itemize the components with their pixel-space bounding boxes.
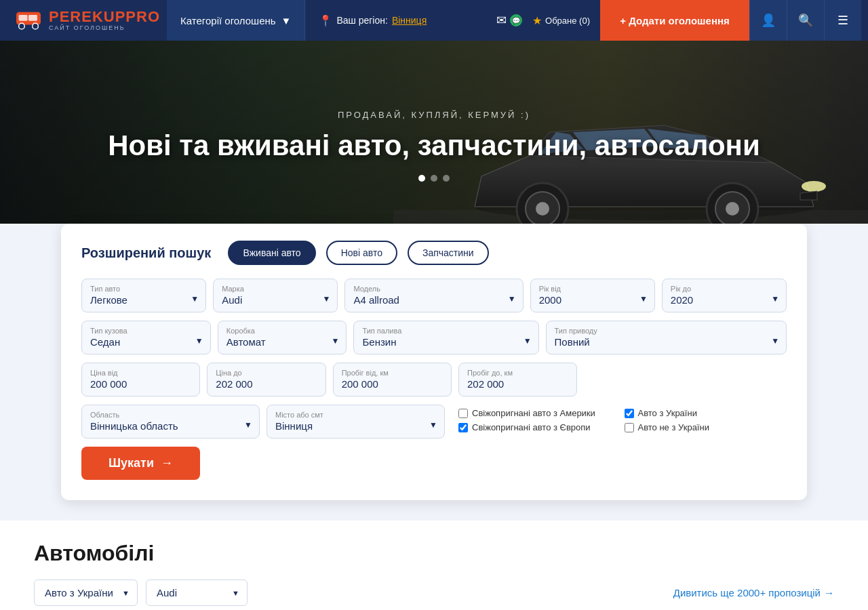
- envelope-icon: ✉: [496, 13, 507, 28]
- header: PEREKUPPRO САЙТ ОГОЛОШЕНЬ Категорії огол…: [0, 0, 868, 41]
- mileage-to-field: Пробіг до, км: [458, 363, 577, 396]
- hero-subtitle: ПРОДАВАЙ, КУПЛЯЙ, КЕРМУЙ :): [108, 110, 760, 120]
- categories-button[interactable]: Категорії оголошень ▼: [167, 0, 305, 41]
- gearbox-field: Коробка Автомат ▼: [218, 321, 347, 354]
- search-section: Розширений пошук Вживані авто Нові авто …: [0, 224, 868, 521]
- car-type-select[interactable]: Легкове: [90, 294, 197, 306]
- svg-rect-2: [28, 15, 37, 21]
- search-icon: 🔍: [798, 13, 813, 28]
- user-icon: 👤: [761, 13, 776, 28]
- svg-point-12: [726, 202, 739, 216]
- search-submit-button[interactable]: Шукати →: [81, 447, 200, 480]
- hero-section: ПРОДАВАЙ, КУПЛЯЙ, КЕРМУЙ :) Нові та вжив…: [0, 41, 868, 251]
- hamburger-icon: ☰: [837, 13, 848, 28]
- model-field: Модель A4 allroad ▼: [344, 279, 523, 312]
- search-row-2: Тип кузова Седан ▼ Коробка Автомат ▼ Тип…: [81, 321, 787, 354]
- svg-point-3: [19, 23, 25, 29]
- star-icon: ★: [532, 14, 542, 27]
- checkbox-america[interactable]: Свіжопригнані авто з Америки: [458, 408, 614, 418]
- hero-dot-3[interactable]: [443, 175, 450, 182]
- search-row-3: Ціна від Ціна до Пробіг від, км Пробіг д…: [81, 363, 787, 396]
- logo-sub: САЙТ ОГОЛОШЕНЬ: [49, 25, 160, 32]
- car-type-field: Тип авто Легкове ▼: [81, 279, 206, 312]
- logo-icon: [14, 8, 43, 33]
- gearbox-select[interactable]: Автомат: [226, 336, 338, 348]
- year-to-select[interactable]: 2020: [671, 294, 778, 306]
- region-field: Область Вінницька область ▼: [81, 405, 260, 439]
- brand-select[interactable]: Audi: [222, 294, 329, 306]
- fuel-select[interactable]: Бензин: [362, 336, 530, 348]
- tab-used-cars[interactable]: Вживані авто: [228, 241, 315, 265]
- logo-text: PEREKUPPRO САЙТ ОГОЛОШЕНЬ: [49, 9, 160, 32]
- region-select[interactable]: Вінницька область: [90, 420, 251, 432]
- checkbox-ukraine[interactable]: Авто з України: [625, 408, 781, 418]
- header-right-icons: 👤 🔍 ☰: [749, 0, 861, 41]
- tab-parts[interactable]: Запчастини: [408, 241, 489, 265]
- year-from-select[interactable]: 2000: [539, 294, 646, 306]
- mileage-from-field: Пробіг від, км: [333, 363, 452, 396]
- checkbox-non-ukraine-input[interactable]: [625, 423, 634, 432]
- chevron-down-icon: ▼: [281, 15, 292, 26]
- checkbox-ukraine-input[interactable]: [625, 409, 634, 418]
- checkboxes-area: Свіжопригнані авто з Америки Авто з Укра…: [452, 405, 787, 436]
- header-region: 📍 Ваш регіон: Вінниця: [305, 14, 486, 27]
- city-select[interactable]: Вінниця: [275, 420, 436, 432]
- logo-area: PEREKUPPRO САЙТ ОГОЛОШЕНЬ: [7, 8, 167, 33]
- svg-point-4: [33, 23, 39, 29]
- search-header: Розширений пошук Вживані авто Нові авто …: [81, 241, 787, 265]
- drive-select[interactable]: Повний: [555, 336, 778, 348]
- cars-section: Автомобілі Авто з України Audi Дивитись …: [0, 521, 868, 610]
- menu-button[interactable]: ☰: [824, 0, 861, 41]
- checkbox-non-ukraine[interactable]: Авто не з України: [625, 422, 781, 432]
- year-from-field: Рік від 2000 ▼: [530, 279, 655, 312]
- arrow-right-icon: →: [161, 456, 173, 470]
- filter-origin-select[interactable]: Авто з України: [34, 580, 138, 606]
- checkbox-america-input[interactable]: [458, 409, 468, 418]
- arrow-right-icon: →: [824, 587, 834, 598]
- drive-field: Тип приводу Повний ▼: [546, 321, 787, 354]
- svg-point-9: [536, 202, 549, 216]
- city-field: Місто або смт Вінниця ▼: [267, 405, 445, 439]
- body-type-field: Тип кузова Седан ▼: [81, 321, 211, 354]
- price-from-input[interactable]: [90, 378, 191, 390]
- cars-section-title: Автомобілі: [34, 541, 834, 566]
- hero-dot-1[interactable]: [418, 175, 425, 182]
- checkbox-europe-input[interactable]: [458, 423, 468, 432]
- filter-brand-wrap: Audi: [146, 580, 248, 606]
- brand-field: Марка Audi ▼: [213, 279, 338, 312]
- search-row-1: Тип авто Легкове ▼ Марка Audi ▼ Модель A…: [81, 279, 787, 312]
- add-listing-button[interactable]: + Додати оголошення: [600, 0, 749, 41]
- model-select[interactable]: A4 allroad: [353, 294, 514, 306]
- hero-content: ПРОДАВАЙ, КУПЛЯЙ, КЕРМУЙ :) Нові та вжив…: [108, 110, 760, 182]
- cars-filters: Авто з України Audi Дивитись ще 2000+ пр…: [34, 580, 834, 606]
- logo-brand: PEREKUPPRO: [49, 9, 160, 25]
- header-icons: ✉ 💬 ★ Обране (0): [486, 13, 600, 28]
- favorites-button[interactable]: ★ Обране (0): [532, 14, 590, 27]
- profile-button[interactable]: 👤: [749, 0, 787, 41]
- price-from-field: Ціна від: [81, 363, 200, 396]
- search-row-4: Область Вінницька область ▼ Місто або см…: [81, 405, 787, 439]
- search-box: Розширений пошук Вживані авто Нові авто …: [61, 224, 807, 500]
- hero-dot-2[interactable]: [431, 175, 437, 182]
- checkbox-europe[interactable]: Свіжопригнані авто з Європи: [458, 422, 614, 432]
- year-to-field: Рік до 2020 ▼: [662, 279, 787, 312]
- mileage-from-input[interactable]: [342, 378, 443, 390]
- fuel-field: Тип палива Бензин ▼: [353, 321, 538, 354]
- tab-new-cars[interactable]: Нові авто: [326, 241, 397, 265]
- body-type-select[interactable]: Седан: [90, 336, 202, 348]
- hero-title: Нові та вживані авто, запчастини, автоса…: [108, 130, 760, 161]
- chat-icon: 💬: [510, 14, 522, 26]
- price-to-input[interactable]: [216, 378, 317, 390]
- price-to-field: Ціна до: [207, 363, 326, 396]
- messages-button[interactable]: ✉ 💬: [496, 13, 522, 28]
- view-more-link[interactable]: Дивитись ще 2000+ пропозицій →: [673, 587, 834, 598]
- filter-origin-wrap: Авто з України: [34, 580, 138, 606]
- search-button[interactable]: 🔍: [787, 0, 824, 41]
- filter-brand-select[interactable]: Audi: [146, 580, 248, 606]
- location-icon: 📍: [319, 14, 332, 27]
- svg-rect-1: [19, 15, 28, 21]
- mileage-to-input[interactable]: [467, 378, 568, 390]
- hero-dots: [108, 175, 760, 182]
- svg-point-13: [802, 181, 826, 192]
- region-link[interactable]: Вінниця: [392, 15, 427, 26]
